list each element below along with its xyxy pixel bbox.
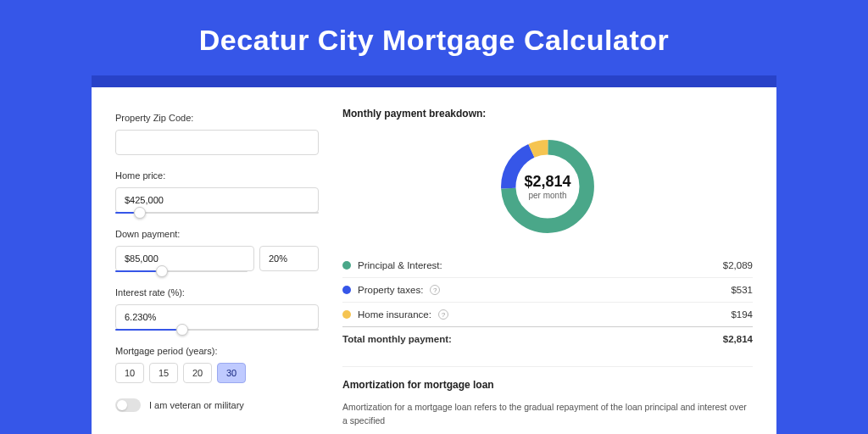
legend-label-pi: Principal & Interest: <box>358 260 442 270</box>
rate-input[interactable] <box>115 304 319 330</box>
amortization-text: Amortization for a mortgage loan refers … <box>342 401 753 428</box>
legend-row-pi: Principal & Interest: $2,089 <box>342 253 753 277</box>
legend-value-total: $2,814 <box>723 334 753 344</box>
legend-value-ins: $194 <box>731 309 753 320</box>
down-label: Down payment: <box>115 229 319 239</box>
legend-row-tax: Property taxes: ? $531 <box>342 277 753 302</box>
period-option-10[interactable]: 10 <box>115 363 144 383</box>
breakdown-title: Monthly payment breakdown: <box>342 108 753 120</box>
veteran-row: I am veteran or military <box>115 398 319 412</box>
calculator-card: Property Zip Code: Home price: Down paym… <box>92 87 776 434</box>
price-slider[interactable] <box>115 212 319 214</box>
period-field: Mortgage period (years): 10 15 20 30 <box>115 346 319 383</box>
form-panel: Property Zip Code: Home price: Down paym… <box>115 108 319 434</box>
legend-value-pi: $2,089 <box>723 260 753 270</box>
amortization-title: Amortization for mortgage loan <box>342 379 753 391</box>
price-input[interactable] <box>115 187 319 213</box>
legend-label-tax: Property taxes: <box>358 285 423 295</box>
period-option-30[interactable]: 30 <box>217 363 246 383</box>
veteran-toggle[interactable] <box>115 398 141 412</box>
period-option-15[interactable]: 15 <box>149 363 178 383</box>
veteran-label: I am veteran or military <box>149 400 244 410</box>
down-percent-input[interactable] <box>259 246 319 271</box>
legend: Principal & Interest: $2,089 Property ta… <box>342 253 753 351</box>
zip-label: Property Zip Code: <box>115 113 319 123</box>
dot-icon <box>342 310 351 319</box>
amortization-section: Amortization for mortgage loan Amortizat… <box>342 366 753 428</box>
period-option-20[interactable]: 20 <box>183 363 212 383</box>
price-field: Home price: <box>115 170 319 214</box>
legend-label-ins: Home insurance: <box>358 309 431 320</box>
rate-label: Interest rate (%): <box>115 287 319 298</box>
content-band: Property Zip Code: Home price: Down paym… <box>92 75 776 434</box>
zip-input[interactable] <box>115 130 319 155</box>
results-panel: Monthly payment breakdown: $2,814 per mo… <box>342 108 753 434</box>
donut-chart: $2,814 per month <box>496 135 599 238</box>
rate-field: Interest rate (%): <box>115 287 319 331</box>
donut-sub: per month <box>528 191 566 200</box>
info-icon[interactable]: ? <box>438 309 448 320</box>
legend-row-ins: Home insurance: ? $194 <box>342 302 753 326</box>
dot-icon <box>342 286 351 294</box>
donut-wrap: $2,814 per month <box>342 130 753 242</box>
rate-slider[interactable] <box>115 329 319 331</box>
legend-value-tax: $531 <box>731 285 753 295</box>
dot-icon <box>342 261 351 270</box>
down-amount-input[interactable] <box>115 246 254 271</box>
donut-amount: $2,814 <box>524 173 570 191</box>
zip-field: Property Zip Code: <box>115 113 319 155</box>
period-label: Mortgage period (years): <box>115 346 319 356</box>
legend-label-total: Total monthly payment: <box>342 334 452 344</box>
info-icon[interactable]: ? <box>430 285 440 295</box>
page-title: Decatur City Mortgage Calculator <box>0 0 868 75</box>
legend-row-total: Total monthly payment: $2,814 <box>342 326 753 351</box>
price-label: Home price: <box>115 170 319 181</box>
down-slider[interactable] <box>115 270 248 272</box>
down-field: Down payment: <box>115 229 319 272</box>
